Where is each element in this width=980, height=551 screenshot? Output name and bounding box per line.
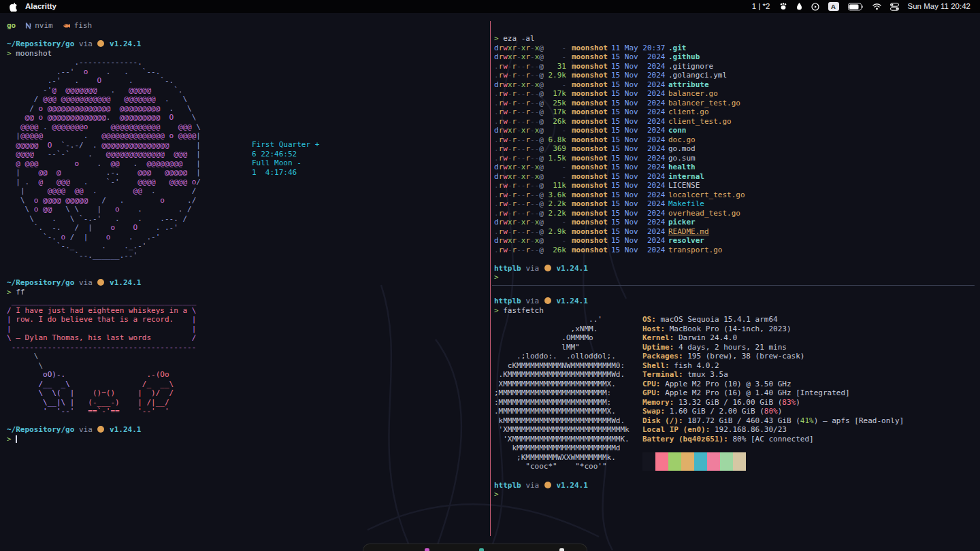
file-name: transport.go <box>668 246 722 254</box>
palette-swatch <box>681 452 694 462</box>
tmux-window-fish[interactable]: fish <box>63 21 93 31</box>
file-row: .rw-r--r--@2.9kmoonshot15 Nov 2024README… <box>494 227 975 237</box>
prompt-input-line[interactable]: > <box>494 273 975 282</box>
menubar-clock[interactable]: Sun May 11 20:42 <box>908 2 971 12</box>
cowsay-animals-art: \ \ oO)-. .-(Oo /__ _\ /_ __\ \ \( | ()~… <box>7 352 483 416</box>
file-row: drwxr-xr-x@-moonshot15 Nov 2024conn <box>494 126 975 135</box>
go-gopher-emoji <box>97 279 104 286</box>
file-name: overhead_test.go <box>668 209 740 218</box>
file-row: drwxr-xr-x@-moonshot15 Nov 2024.github <box>494 52 975 62</box>
file-name: resolver <box>668 236 704 245</box>
shell-prompt: httplb via v1.24.1 <box>494 297 975 306</box>
palette-swatch <box>707 452 720 462</box>
fish-icon <box>63 23 71 29</box>
right-top-pane[interactable]: > eza -al drwxr-xr-x@-moonshot11 May 20:… <box>494 34 975 282</box>
prompt-path: ~/Repository/go <box>7 425 74 434</box>
file-name: go.sum <box>668 154 696 163</box>
file-name: client_test.go <box>668 117 732 126</box>
moon-phase-info: First Quarter + 6 22:46:52 Full Moon - 1… <box>252 140 319 177</box>
file-row: .rw-r--r--@26kmoonshot15 Nov 2024transpo… <box>494 246 975 255</box>
fastfetch-info-line: GPU: Apple M2 Pro (16) @ 1.40 GHz [Integ… <box>642 388 904 398</box>
prompt-symbol: > <box>494 273 499 282</box>
palette-swatch <box>733 462 746 471</box>
shell-prompt: httplb via v1.24.1 <box>494 481 975 490</box>
go-version: v1.24.1 <box>557 297 588 305</box>
file-name: balancer.go <box>668 89 718 98</box>
prompt-via: via <box>79 39 93 48</box>
drop-icon[interactable] <box>796 3 802 10</box>
palette-swatch <box>655 452 668 462</box>
dock[interactable] <box>363 544 587 551</box>
apple-menu-icon[interactable] <box>10 2 18 12</box>
command-text: eza -al <box>503 34 534 43</box>
file-name: attribute <box>668 80 709 89</box>
file-listing: drwxr-xr-x@-moonshot11 May 20:37.gitdrwx… <box>494 44 975 255</box>
battery-icon[interactable] <box>848 3 864 11</box>
file-name: LICENSE <box>668 181 700 190</box>
prompt-symbol: > <box>7 435 12 444</box>
spaces-indicator[interactable]: 1 | *2 <box>752 2 770 12</box>
system-info: OS: macOS Sequoia 15.4.1 arm64Host: MacB… <box>642 315 904 444</box>
go-version: v1.24.1 <box>110 39 141 48</box>
fastfetch-info-line: Packages: 195 (brew), 38 (brew-cask) <box>642 352 904 361</box>
prompt-via: via <box>79 425 93 434</box>
prompt-via: via <box>525 297 539 305</box>
file-row: .rw-r--r--@25kmoonshot15 Nov 2024balance… <box>494 99 975 108</box>
apple-ascii-logo: ..' ,xNMM. .OMMMMo lMM" .;loddo:. .ollod… <box>494 315 630 471</box>
tmux-window-label: nvim <box>35 21 53 31</box>
file-row: drwxr-xr-x@-moonshot15 Nov 2024internal <box>494 172 975 182</box>
file-row: .rw-r--r--@17kmoonshot15 Nov 2024client.… <box>494 107 975 117</box>
palette-swatch <box>642 462 655 471</box>
file-name: picker <box>668 218 696 227</box>
file-name: .gitignore <box>668 62 713 71</box>
dock-app-sliver <box>425 548 429 551</box>
prompt-input-line[interactable]: > <box>7 435 483 444</box>
play-circle-icon[interactable] <box>811 3 819 11</box>
prompt-input-line[interactable]: > <box>494 490 975 499</box>
go-version: v1.24.1 <box>110 278 141 287</box>
tmux-window-nvim[interactable]: nvim <box>25 21 53 31</box>
dock-app-sliver <box>559 548 564 551</box>
fastfetch-info-line: Kernel: Darwin 24.4.0 <box>642 333 904 343</box>
tmux-window-go[interactable]: go <box>7 21 16 31</box>
command-line: > moonshot <box>7 49 483 59</box>
file-name: doc.go <box>668 135 696 144</box>
wifi-icon[interactable] <box>872 3 881 10</box>
tmux-status-bar: go nvim fish <box>7 21 92 31</box>
palette-swatch <box>720 452 733 462</box>
file-row: drwxr-xr-x@-moonshot15 Nov 2024attribute <box>494 80 975 90</box>
left-pane[interactable]: ~/Repository/go via v1.24.1 > moonshot .… <box>7 39 483 444</box>
moon-phase-line: First Quarter + <box>252 140 319 150</box>
command-text: fastfetch <box>503 306 544 315</box>
prompt-symbol: > <box>494 490 499 499</box>
pane-divider-vertical[interactable] <box>490 21 491 536</box>
menubar-app-name[interactable]: Alacritty <box>25 2 56 12</box>
go-version: v1.24.1 <box>110 425 141 434</box>
command-text: moonshot <box>16 49 52 58</box>
go-gopher-emoji <box>544 297 551 304</box>
file-name: .github <box>668 52 700 61</box>
file-name: README.md <box>668 227 709 236</box>
file-row: .rw-r--r--@3.6kmoonshot15 Nov 2024localc… <box>494 190 975 200</box>
moon-phase-line: Full Moon - <box>252 158 319 168</box>
fastfetch-info-line: CPU: Apple M2 Pro (10) @ 3.50 GHz <box>642 380 904 389</box>
shell-prompt: httplb via v1.24.1 <box>494 264 975 273</box>
pane-divider-horizontal[interactable] <box>492 285 975 286</box>
palette-swatch <box>707 462 720 471</box>
fastfetch-info-line: Terminal: tmux 3.5a <box>642 370 904 380</box>
terminal-window[interactable]: go nvim fish ~/Repository/go via v1.24.1… <box>0 13 980 551</box>
fastfetch-info-line: Local IP (en0): 192.168.86.30/23 <box>642 425 904 435</box>
terminal-color-palette <box>642 452 746 471</box>
fastfetch-info-line: Uptime: 4 days, 2 hours, 21 mins <box>642 343 904 352</box>
file-name: client.go <box>668 107 709 116</box>
file-row: .rw-r--r--@2.9kmoonshot15 Nov 2024.golan… <box>494 71 975 80</box>
file-row: drwxr-xr-x@-moonshot15 Nov 2024picker <box>494 218 975 227</box>
file-row: .rw-r--r--@369moonshot15 Nov 2024go.mod <box>494 144 975 154</box>
moon-ascii-art: .-------------. .--' o . . `--. .-' . O … <box>7 58 483 260</box>
input-source-icon[interactable]: A <box>828 2 839 11</box>
paw-icon[interactable] <box>779 3 787 10</box>
file-row: .rw-r--r--@26kmoonshot15 Nov 2024client_… <box>494 117 975 127</box>
right-bottom-pane[interactable]: httplb via v1.24.1 > fastfetch ..' ,xNMM… <box>494 297 975 499</box>
control-center-icon[interactable] <box>890 3 899 11</box>
prompt-via: via <box>525 264 539 273</box>
